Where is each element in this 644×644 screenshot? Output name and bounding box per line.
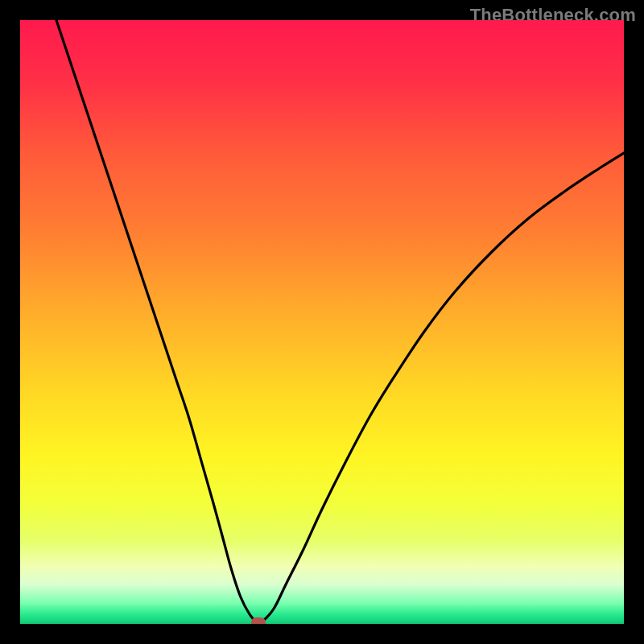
plot-area [20,20,624,624]
chart-frame: TheBottleneck.com [0,0,644,644]
gradient-background [20,20,624,624]
plot-svg [20,20,624,624]
optimal-point-marker [251,617,266,624]
